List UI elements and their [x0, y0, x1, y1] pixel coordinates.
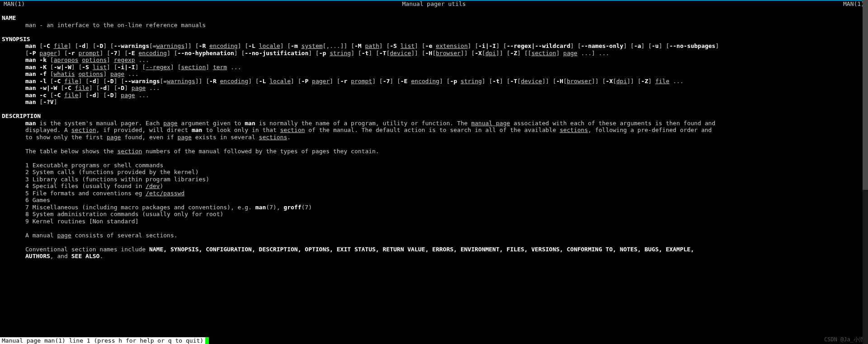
table-row-3: 3 Library calls (functions within progra… [0, 176, 868, 183]
table-row-7: 7 Miscellaneous (including macro package… [0, 204, 868, 211]
status-bar[interactable]: Manual page man(1) line 1 (press h for h… [0, 337, 868, 344]
synopsis-line-3: man -k [apropos options] regexp ... [0, 57, 868, 64]
desc-conventional-1: Conventional section names include NAME,… [0, 246, 868, 253]
cursor-icon [205, 337, 209, 344]
synopsis-line-8: man -c [-C file] [-d] [-D] page ... [0, 92, 868, 99]
section-synopsis-heading: SYNOPSIS [0, 36, 868, 43]
scrollbar[interactable] [863, 0, 868, 344]
header-left: MAN(1) [4, 0, 25, 8]
watermark: CSDN @Ja_小浩 [824, 336, 864, 344]
desc-consists: A manual page consists of several sectio… [0, 232, 868, 239]
desc-conventional-2: AUTHORS, and SEE ALSO. [0, 253, 868, 260]
synopsis-line-7: man -w|-W [-C file] [-d] [-D] page ... [0, 85, 868, 92]
section-name-heading: NAME [0, 14, 868, 22]
header-center: Manual pager utils [402, 0, 466, 8]
synopsis-line-1: man [-C file] [-d] [-D] [--warnings[=war… [0, 42, 868, 50]
header-right: MAN(1) [843, 0, 864, 8]
synopsis-line-2: [-P pager] [-r prompt] [-7] [-E encoding… [0, 50, 868, 57]
table-intro: The table below shows the section number… [0, 148, 868, 155]
scrollbar-thumb[interactable] [863, 0, 868, 190]
table-row-8: 8 System administration commands (usuall… [0, 211, 868, 218]
table-row-2: 2 System calls (functions provided by th… [0, 169, 868, 176]
synopsis-line-6: man -l [-C file] [-d] [-D] [--warnings[=… [0, 78, 868, 85]
synopsis-line-9: man [-?V] [0, 99, 868, 106]
table-row-1: 1 Executable programs or shell commands [0, 162, 868, 169]
header-bar: MAN(1) Manual pager utils MAN(1) [0, 0, 868, 8]
synopsis-line-4: man -K [-w|-W] [-S list] [-i|-I] [--rege… [0, 64, 868, 71]
desc-line-3: to show only the first page found, even … [0, 134, 868, 141]
table-row-6: 6 Games [0, 197, 868, 204]
table-row-9: 9 Kernel routines [Non standard] [0, 218, 868, 225]
section-description-heading: DESCRIPTION [0, 113, 868, 120]
status-text: Manual page man(1) line 1 (press h for h… [0, 337, 205, 344]
man-page-viewer: MAN(1) Manual pager utils MAN(1) NAME ma… [0, 0, 868, 344]
synopsis-line-5: man -f [whatis options] page ... [0, 71, 868, 78]
table-row-4: 4 Special files (usually found in /dev) [0, 183, 868, 190]
name-line: man - an interface to the on-line refere… [0, 22, 868, 29]
desc-line-1: man is the system's manual pager. Each p… [0, 120, 868, 127]
desc-line-2: displayed. A section, if provided, will … [0, 127, 868, 134]
table-row-5: 5 File formats and conventions eg /etc/p… [0, 190, 868, 197]
